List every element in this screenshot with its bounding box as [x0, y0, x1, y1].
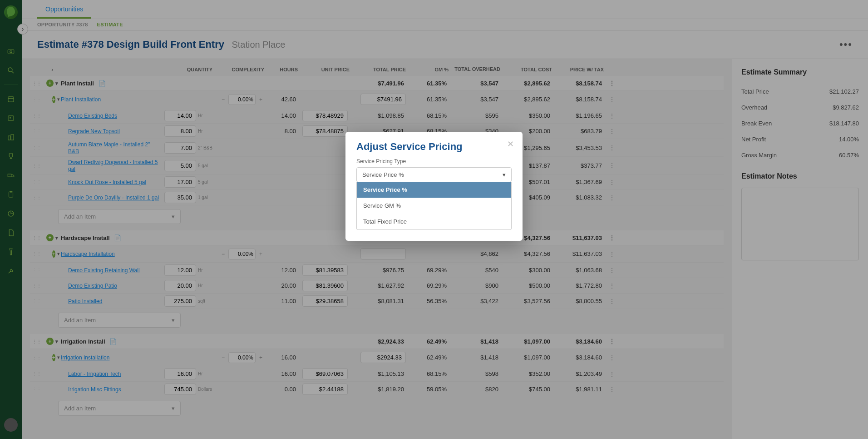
chevron-down-icon: ▾	[503, 171, 506, 178]
modal-close-button[interactable]: ✕	[505, 139, 515, 149]
modal-overlay[interactable]: ✕ Adjust Service Pricing Service Pricing…	[0, 0, 868, 439]
option-service-gm-pct[interactable]: Service GM %	[357, 198, 511, 214]
option-service-price-pct[interactable]: Service Price %	[357, 182, 511, 198]
modal-title: Adjust Service Pricing	[356, 141, 512, 153]
adjust-pricing-modal: ✕ Adjust Service Pricing Service Pricing…	[345, 132, 523, 241]
pricing-type-select[interactable]: Service Price % ▾	[356, 167, 512, 182]
pricing-type-label: Service Pricing Type	[356, 158, 512, 165]
pricing-type-dropdown: Service Price % Service GM % Total Fixed…	[356, 182, 512, 230]
option-total-fixed-price[interactable]: Total Fixed Price	[357, 214, 511, 229]
